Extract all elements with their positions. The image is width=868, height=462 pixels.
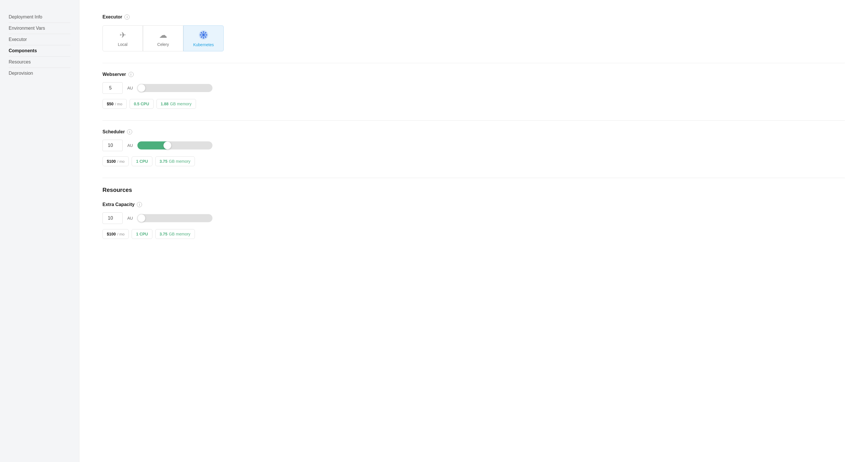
extra-capacity-price-per: / mo xyxy=(117,232,124,236)
webserver-slider-thumb[interactable] xyxy=(137,84,146,92)
webserver-au-row: AU xyxy=(102,82,845,94)
webserver-au-unit: AU xyxy=(127,86,133,90)
webserver-cpu: 0.5 CPU xyxy=(134,102,149,106)
sidebar: Deployment Info Environment Vars Executo… xyxy=(0,0,80,462)
sidebar-item-deprovision[interactable]: Deprovision xyxy=(9,68,70,79)
webserver-memory-badge: 1.88 GB memory xyxy=(156,99,196,109)
kubernetes-executor-icon xyxy=(198,30,209,40)
webserver-memory-unit: GB memory xyxy=(170,102,192,106)
scheduler-heading: Scheduler i xyxy=(102,129,845,134)
executor-kubernetes-label: Kubernetes xyxy=(193,42,214,47)
extra-capacity-au-input[interactable] xyxy=(102,212,123,224)
executor-local[interactable]: ✈ Local xyxy=(102,25,143,52)
scheduler-price-badge: $100 / mo xyxy=(102,156,129,166)
webserver-heading: Webserver i xyxy=(102,72,845,77)
divider-1 xyxy=(102,63,845,63)
executor-kubernetes[interactable]: Kubernetes xyxy=(183,25,224,52)
scheduler-au-input[interactable] xyxy=(102,140,123,151)
sidebar-item-deployment-info[interactable]: Deployment Info xyxy=(9,11,70,23)
extra-capacity-memory-badge: 3.75 GB memory xyxy=(155,229,195,239)
webserver-slider[interactable] xyxy=(137,84,213,92)
extra-capacity-heading-label: Extra Capacity xyxy=(102,202,134,207)
scheduler-slider[interactable] xyxy=(137,141,213,150)
extra-capacity-cpu-badge: 1 CPU xyxy=(132,229,152,239)
scheduler-stats: $100 / mo 1 CPU 3.75 GB memory xyxy=(102,156,845,166)
extra-capacity-heading: Extra Capacity i xyxy=(102,202,845,207)
executor-celery-label: Celery xyxy=(157,42,169,47)
webserver-au-input[interactable] xyxy=(102,82,123,94)
extra-capacity-memory-number: 3.75 xyxy=(160,232,167,236)
executor-info-icon[interactable]: i xyxy=(124,14,130,20)
extra-capacity-memory-unit: GB memory xyxy=(169,232,190,236)
executor-heading-label: Executor xyxy=(102,14,122,20)
scheduler-au-row: AU xyxy=(102,140,845,151)
local-executor-icon: ✈ xyxy=(120,30,126,40)
executor-section-heading: Executor i xyxy=(102,14,845,20)
executor-celery[interactable]: ☁ Celery xyxy=(143,25,183,52)
extra-capacity-slider[interactable] xyxy=(137,214,213,222)
celery-executor-icon: ☁ xyxy=(159,30,167,40)
scheduler-cpu: 1 CPU xyxy=(136,159,148,164)
scheduler-slider-thumb[interactable] xyxy=(163,141,172,150)
webserver-info-icon[interactable]: i xyxy=(128,72,134,77)
extra-capacity-price-badge: $100 / mo xyxy=(102,229,129,239)
extra-capacity-section: Extra Capacity i AU $100 / mo 1 CPU xyxy=(102,202,845,239)
resources-heading: Resources xyxy=(102,187,845,193)
executor-options: ✈ Local ☁ Celery xyxy=(102,25,845,52)
sidebar-item-components[interactable]: Components xyxy=(9,45,70,57)
resources-section: Resources Extra Capacity i AU $100 / mo xyxy=(102,187,845,239)
divider-3 xyxy=(102,178,845,178)
webserver-heading-label: Webserver xyxy=(102,72,126,77)
extra-capacity-stats: $100 / mo 1 CPU 3.75 GB memory xyxy=(102,229,845,239)
sidebar-item-executor[interactable]: Executor xyxy=(9,34,70,45)
extra-capacity-info-icon[interactable]: i xyxy=(137,202,142,207)
executor-local-label: Local xyxy=(118,42,127,47)
webserver-stats: $50 / mo 0.5 CPU 1.88 GB memory xyxy=(102,99,845,109)
sidebar-item-environment-vars[interactable]: Environment Vars xyxy=(9,23,70,34)
extra-capacity-au-unit: AU xyxy=(127,216,133,221)
scheduler-memory-unit: GB memory xyxy=(169,159,190,164)
scheduler-price-per: / mo xyxy=(117,159,124,164)
svg-point-10 xyxy=(203,34,205,36)
scheduler-memory-badge: 3.75 GB memory xyxy=(155,156,195,166)
scheduler-au-unit: AU xyxy=(127,143,133,148)
extra-capacity-slider-thumb[interactable] xyxy=(137,214,146,222)
extra-capacity-au-row: AU xyxy=(102,212,845,224)
scheduler-memory-number: 3.75 xyxy=(160,159,167,164)
webserver-price-per: / mo xyxy=(115,102,122,106)
webserver-price: $50 xyxy=(107,102,114,106)
webserver-section: Webserver i AU $50 / mo 0.5 CPU 1.88 GB … xyxy=(102,72,845,109)
webserver-price-badge: $50 / mo xyxy=(102,99,127,109)
scheduler-info-icon[interactable]: i xyxy=(127,129,132,134)
sidebar-item-resources[interactable]: Resources xyxy=(9,57,70,68)
extra-capacity-price: $100 xyxy=(107,232,116,236)
webserver-memory-number: 1.88 xyxy=(161,102,168,106)
scheduler-section: Scheduler i AU $100 / mo 1 CPU 3.75 GB m… xyxy=(102,129,845,166)
webserver-cpu-badge: 0.5 CPU xyxy=(130,99,154,109)
divider-2 xyxy=(102,120,845,121)
extra-capacity-cpu: 1 CPU xyxy=(136,232,148,236)
main-content: Executor i ✈ Local ☁ Celery xyxy=(80,0,868,462)
scheduler-heading-label: Scheduler xyxy=(102,129,125,134)
scheduler-price: $100 xyxy=(107,159,116,164)
scheduler-cpu-badge: 1 CPU xyxy=(132,156,152,166)
